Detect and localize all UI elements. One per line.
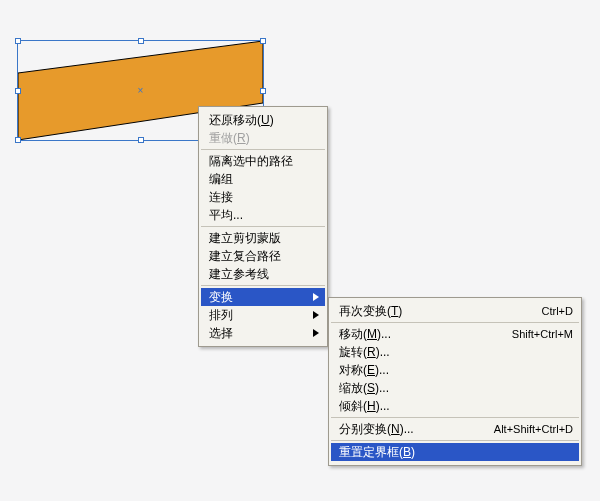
resize-handle-ml[interactable] — [15, 88, 21, 94]
menu-item-make-clipping-mask[interactable]: 建立剪切蒙版 — [201, 229, 325, 247]
transform-submenu-group-each: 分别变换(N)... Alt+Shift+Ctrl+D — [331, 418, 579, 441]
menu-item-label: 选择 — [209, 324, 313, 342]
menu-item-label: 重做(R) — [209, 129, 319, 147]
transform-submenu-group-ops: 移动(M)... Shift+Ctrl+M 旋转(R)... 对称(E)... … — [331, 323, 579, 418]
menu-item-arrange[interactable]: 排列 — [201, 306, 325, 324]
menu-item-make-guides[interactable]: 建立参考线 — [201, 265, 325, 283]
menu-item-label: 重置定界框(B) — [339, 443, 573, 461]
menu-item-transform[interactable]: 变换 — [201, 288, 325, 306]
menu-item-label: 分别变换(N)... — [339, 420, 484, 438]
menu-item-transform-each[interactable]: 分别变换(N)... Alt+Shift+Ctrl+D — [331, 420, 579, 438]
menu-item-label: 对称(E)... — [339, 361, 573, 379]
menu-item-label: 变换 — [209, 288, 313, 306]
menu-item-label: 平均... — [209, 206, 319, 224]
submenu-arrow-icon — [313, 311, 319, 319]
context-menu-group-submenus: 变换 排列 选择 — [201, 286, 325, 344]
menu-item-scale[interactable]: 缩放(S)... — [331, 379, 579, 397]
menu-item-undo-move[interactable]: 还原移动(U) — [201, 111, 325, 129]
transform-submenu-group-again: 再次变换(T) Ctrl+D — [331, 300, 579, 323]
menu-item-label: 排列 — [209, 306, 313, 324]
menu-item-redo: 重做(R) — [201, 129, 325, 147]
menu-item-group[interactable]: 编组 — [201, 170, 325, 188]
menu-item-label: 再次变换(T) — [339, 302, 532, 320]
menu-item-label: 建立参考线 — [209, 265, 319, 283]
resize-handle-tr[interactable] — [260, 38, 266, 44]
selection-center-icon: × — [137, 87, 145, 95]
menu-item-rotate[interactable]: 旋转(R)... — [331, 343, 579, 361]
menu-item-isolate-path[interactable]: 隔离选中的路径 — [201, 152, 325, 170]
resize-handle-mr[interactable] — [260, 88, 266, 94]
menu-item-make-compound-path[interactable]: 建立复合路径 — [201, 247, 325, 265]
menu-item-label: 还原移动(U) — [209, 111, 319, 129]
menu-item-join[interactable]: 连接 — [201, 188, 325, 206]
menu-item-label: 旋转(R)... — [339, 343, 573, 361]
menu-item-label: 缩放(S)... — [339, 379, 573, 397]
menu-item-shortcut: Ctrl+D — [532, 302, 573, 320]
context-menu-group-make: 建立剪切蒙版 建立复合路径 建立参考线 — [201, 227, 325, 286]
context-menu-group-undo: 还原移动(U) 重做(R) — [201, 109, 325, 150]
submenu-arrow-icon — [313, 293, 319, 301]
transform-submenu-group-reset: 重置定界框(B) — [331, 441, 579, 463]
menu-item-label: 倾斜(H)... — [339, 397, 573, 415]
menu-item-average[interactable]: 平均... — [201, 206, 325, 224]
menu-item-move[interactable]: 移动(M)... Shift+Ctrl+M — [331, 325, 579, 343]
resize-handle-bm[interactable] — [138, 137, 144, 143]
menu-item-reflect[interactable]: 对称(E)... — [331, 361, 579, 379]
menu-item-shortcut: Alt+Shift+Ctrl+D — [484, 420, 573, 438]
resize-handle-tl[interactable] — [15, 38, 21, 44]
menu-item-transform-again[interactable]: 再次变换(T) Ctrl+D — [331, 302, 579, 320]
menu-item-label: 编组 — [209, 170, 319, 188]
canvas[interactable]: × 还原移动(U) 重做(R) 隔离选中的路径 编组 连接 平均... — [0, 0, 600, 501]
menu-item-select[interactable]: 选择 — [201, 324, 325, 342]
menu-item-shortcut: Shift+Ctrl+M — [502, 325, 573, 343]
resize-handle-tm[interactable] — [138, 38, 144, 44]
context-menu-group-path: 隔离选中的路径 编组 连接 平均... — [201, 150, 325, 227]
menu-item-reset-bounding-box[interactable]: 重置定界框(B) — [331, 443, 579, 461]
menu-item-label: 连接 — [209, 188, 319, 206]
menu-item-shear[interactable]: 倾斜(H)... — [331, 397, 579, 415]
resize-handle-bl[interactable] — [15, 137, 21, 143]
menu-item-label: 建立剪切蒙版 — [209, 229, 319, 247]
submenu-arrow-icon — [313, 329, 319, 337]
menu-item-label: 隔离选中的路径 — [209, 152, 319, 170]
menu-item-label: 移动(M)... — [339, 325, 502, 343]
context-menu: 还原移动(U) 重做(R) 隔离选中的路径 编组 连接 平均... 建立剪切蒙版 — [198, 106, 328, 347]
menu-item-label: 建立复合路径 — [209, 247, 319, 265]
transform-submenu: 再次变换(T) Ctrl+D 移动(M)... Shift+Ctrl+M 旋转(… — [328, 297, 582, 466]
